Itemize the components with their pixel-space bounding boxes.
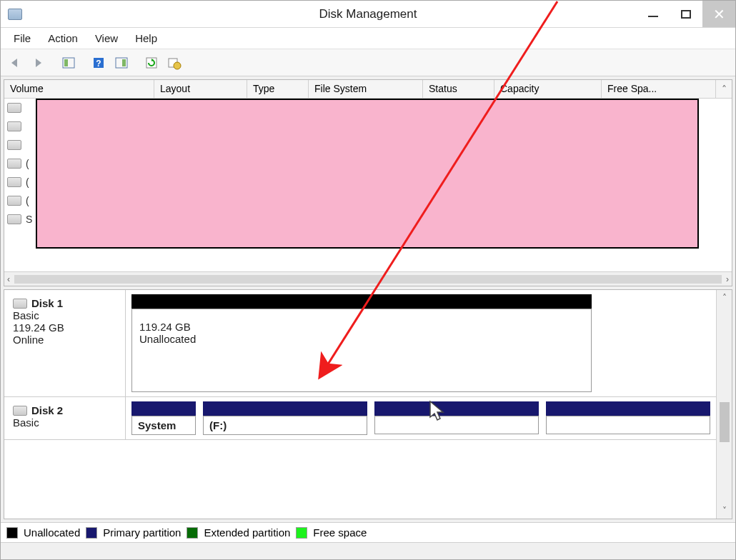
legend-primary-swatch	[86, 527, 97, 539]
maximize-button[interactable]	[670, 1, 702, 27]
scroll-left-icon[interactable]: ‹	[7, 274, 10, 284]
disk2-type: Basic	[13, 416, 116, 429]
redaction-overlay	[36, 99, 699, 249]
disk2-partition-system[interactable]: System	[131, 416, 196, 435]
scrollbar-thumb[interactable]	[720, 402, 730, 442]
menu-view[interactable]: View	[88, 29, 125, 47]
drive-icon	[7, 196, 21, 206]
toolbar: ?	[1, 49, 735, 76]
menu-action[interactable]: Action	[41, 29, 85, 47]
help-button[interactable]: ?	[89, 54, 108, 72]
show-hide-action-pane-button[interactable]	[112, 54, 131, 72]
menubar: File Action View Help	[1, 28, 735, 49]
scroll-up-icon[interactable]: ˄	[722, 293, 727, 303]
svg-point-9	[174, 62, 181, 69]
menu-help[interactable]: Help	[128, 29, 164, 47]
horizontal-scrollbar[interactable]: ‹ ›	[4, 271, 732, 286]
disk1-header-bar	[131, 294, 592, 309]
legend-primary-label: Primary partition	[103, 526, 181, 539]
legend-freespace-swatch	[296, 527, 307, 539]
disk1-type: Basic	[13, 309, 116, 321]
col-filesystem[interactable]: File System	[309, 80, 423, 98]
col-status[interactable]: Status	[423, 80, 494, 98]
vertical-scrollbar[interactable]: ˄ ˅	[716, 290, 732, 519]
legend: Unallocated Primary partition Extended p…	[1, 522, 735, 542]
scroll-right-icon[interactable]: ›	[726, 274, 729, 284]
disk1-map: 119.24 GB Unallocated	[126, 290, 597, 396]
disk2-part2-header	[203, 401, 367, 416]
col-volume[interactable]: Volume	[4, 80, 154, 98]
disk2-name: Disk 2	[31, 404, 63, 416]
col-type[interactable]: Type	[247, 80, 309, 98]
menu-file[interactable]: File	[6, 29, 38, 47]
app-icon	[8, 9, 22, 20]
drive-icon	[7, 159, 21, 169]
legend-extended-swatch	[187, 527, 198, 539]
back-button[interactable]	[6, 54, 25, 72]
window-title: Disk Management	[1, 7, 735, 21]
disk2-partition-4[interactable]	[546, 416, 710, 434]
drive-icon	[7, 121, 21, 131]
disk-row-disk2: Disk 2 Basic System (F:)	[4, 397, 716, 440]
legend-unallocated-label: Unallocated	[24, 526, 80, 539]
svg-rect-6	[122, 59, 126, 66]
drive-icon	[7, 177, 21, 187]
disk-row-disk1: Disk 1 Basic 119.24 GB Online 119.24 GB …	[4, 290, 716, 397]
drive-icon	[7, 214, 21, 224]
forward-button[interactable]	[29, 54, 48, 72]
disk-graphical-panel: Disk 1 Basic 119.24 GB Online 119.24 GB …	[4, 289, 732, 519]
svg-rect-2	[64, 59, 68, 66]
window-controls: ✕	[637, 1, 735, 27]
disk1-state: Online	[13, 334, 116, 346]
scrollbar-thumb[interactable]	[14, 275, 722, 284]
disk-mgmt-window: Disk Management ✕ File Action View Help …	[0, 0, 736, 560]
volume-list-panel: Volume Layout Type File System Status Ca…	[4, 79, 732, 286]
col-layout[interactable]: Layout	[154, 80, 247, 98]
disk2-map: System (F:)	[126, 397, 716, 439]
svg-text:?: ?	[96, 59, 101, 69]
disk2-part3-header	[374, 401, 539, 416]
drive-icon	[7, 103, 21, 113]
col-capacity[interactable]: Capacity	[494, 80, 602, 98]
disk2-partition-f[interactable]: (F:)	[203, 416, 367, 435]
disk-icon	[13, 299, 27, 309]
disk-icon	[13, 406, 27, 416]
close-button[interactable]: ✕	[702, 1, 735, 27]
disk2-part1-header	[131, 401, 196, 416]
disk1-name: Disk 1	[31, 297, 63, 309]
disk2-info[interactable]: Disk 2 Basic	[4, 397, 126, 439]
legend-unallocated-swatch	[6, 527, 18, 539]
statusbar	[1, 542, 735, 559]
disk1-info[interactable]: Disk 1 Basic 119.24 GB Online	[4, 290, 126, 396]
volume-list-body: ( ( ( S	[4, 99, 732, 271]
scroll-down-icon[interactable]: ˅	[722, 506, 727, 516]
titlebar: Disk Management ✕	[1, 1, 735, 28]
drive-icon	[7, 140, 21, 150]
minimize-button[interactable]	[637, 1, 670, 27]
scroll-up-icon[interactable]: ˄	[716, 80, 732, 98]
disk1-unallocated-partition[interactable]: 119.24 GB Unallocated	[131, 309, 592, 392]
disk2-part4-header	[546, 401, 710, 416]
partition-size: 119.24 GB	[139, 321, 584, 333]
disk1-size: 119.24 GB	[13, 321, 116, 334]
partition-state: Unallocated	[139, 333, 584, 345]
volume-list-header: Volume Layout Type File System Status Ca…	[4, 80, 732, 99]
col-freespace[interactable]: Free Spa...	[602, 80, 716, 98]
show-hide-console-tree-button[interactable]	[59, 54, 78, 72]
disk2-partition-3[interactable]	[374, 416, 539, 434]
settings-button[interactable]	[165, 54, 184, 72]
legend-extended-label: Extended partition	[204, 526, 290, 539]
refresh-button[interactable]	[142, 54, 161, 72]
legend-freespace-label: Free space	[313, 526, 367, 539]
